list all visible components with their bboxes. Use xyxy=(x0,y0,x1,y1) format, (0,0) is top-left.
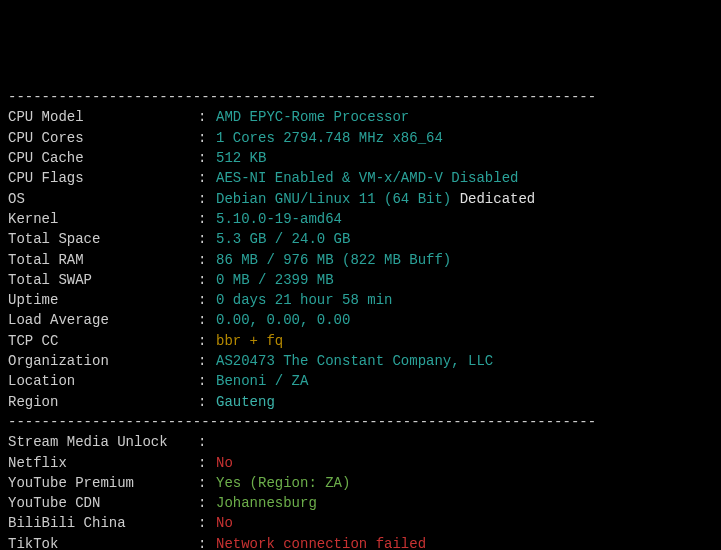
info-value: 5.10.0-19-amd64 xyxy=(216,209,713,229)
info-label: TikTok xyxy=(8,534,198,550)
value-segment: AMD EPYC-Rome Processor xyxy=(216,109,409,125)
separator: : xyxy=(198,310,216,330)
info-value xyxy=(216,432,713,452)
sysinfo-row: CPU Flags: AES-NI Enabled & VM-x/AMD-V D… xyxy=(8,168,713,188)
info-value: 1 Cores 2794.748 MHz x86_64 xyxy=(216,128,713,148)
info-value: Benoni / ZA xyxy=(216,371,713,391)
sysinfo-row: CPU Cores: 1 Cores 2794.748 MHz x86_64 xyxy=(8,128,713,148)
separator: : xyxy=(198,351,216,371)
separator: : xyxy=(198,513,216,533)
value-segment: 86 MB / 976 MB (822 MB Buff) xyxy=(216,252,451,268)
info-value: 0.00, 0.00, 0.00 xyxy=(216,310,713,330)
sysinfo-row: Total Space: 5.3 GB / 24.0 GB xyxy=(8,229,713,249)
value-segment: Benoni / ZA xyxy=(216,373,308,389)
sysinfo-row: CPU Cache: 512 KB xyxy=(8,148,713,168)
info-label: CPU Cache xyxy=(8,148,198,168)
sysinfo-row: CPU Model: AMD EPYC-Rome Processor xyxy=(8,107,713,127)
stream-row: Netflix: No xyxy=(8,453,713,473)
info-value: No xyxy=(216,513,713,533)
stream-row: BiliBili China: No xyxy=(8,513,713,533)
value-segment: Dedicated xyxy=(460,191,536,207)
info-label: Total SWAP xyxy=(8,270,198,290)
value-segment: 0 MB / 2399 MB xyxy=(216,272,334,288)
info-value: 0 days 21 hour 58 min xyxy=(216,290,713,310)
info-label: Total Space xyxy=(8,229,198,249)
separator: : xyxy=(198,331,216,351)
sysinfo-row: Uptime: 0 days 21 hour 58 min xyxy=(8,290,713,310)
info-label: Netflix xyxy=(8,453,198,473)
value-segment: 1 Cores 2794.748 MHz x86_64 xyxy=(216,130,443,146)
value-segment: AES-NI Enabled & VM-x/AMD-V Disabled xyxy=(216,170,518,186)
info-label: Stream Media Unlock xyxy=(8,432,198,452)
sysinfo-row: Total SWAP: 0 MB / 2399 MB xyxy=(8,270,713,290)
info-label: Location xyxy=(8,371,198,391)
info-value: Debian GNU/Linux 11 (64 Bit) Dedicated xyxy=(216,189,713,209)
info-value: 0 MB / 2399 MB xyxy=(216,270,713,290)
info-label: Region xyxy=(8,392,198,412)
separator: : xyxy=(198,209,216,229)
separator: : xyxy=(198,290,216,310)
info-value: No xyxy=(216,453,713,473)
separator: : xyxy=(198,229,216,249)
info-label: CPU Flags xyxy=(8,168,198,188)
info-label: OS xyxy=(8,189,198,209)
value-segment: 0 days 21 hour 58 min xyxy=(216,292,392,308)
stream-row: TikTok: Network connection failed xyxy=(8,534,713,550)
separator: : xyxy=(198,371,216,391)
info-value: 5.3 GB / 24.0 GB xyxy=(216,229,713,249)
info-label: TCP CC xyxy=(8,331,198,351)
info-value: 512 KB xyxy=(216,148,713,168)
info-label: Total RAM xyxy=(8,250,198,270)
separator: : xyxy=(198,534,216,550)
info-value: Network connection failed xyxy=(216,534,713,550)
info-value: Johannesburg xyxy=(216,493,713,513)
value-segment: Network connection failed xyxy=(216,536,426,550)
separator: : xyxy=(198,189,216,209)
value-segment: AS20473 The Constant Company, LLC xyxy=(216,353,493,369)
value-segment: Debian GNU/Linux 11 (64 Bit) xyxy=(216,191,460,207)
sysinfo-row: Location: Benoni / ZA xyxy=(8,371,713,391)
sysinfo-row: Kernel: 5.10.0-19-amd64 xyxy=(8,209,713,229)
value-segment: 5.10.0-19-amd64 xyxy=(216,211,342,227)
terminal-output: ----------------------------------------… xyxy=(8,87,713,550)
value-segment: No xyxy=(216,515,233,531)
value-segment: 0.00, 0.00, 0.00 xyxy=(216,312,350,328)
separator: : xyxy=(198,432,216,452)
value-segment: Gauteng xyxy=(216,394,275,410)
info-label: YouTube Premium xyxy=(8,473,198,493)
value-segment: No xyxy=(216,455,233,471)
info-value: AMD EPYC-Rome Processor xyxy=(216,107,713,127)
info-label: Load Average xyxy=(8,310,198,330)
stream-row: Stream Media Unlock: xyxy=(8,432,713,452)
divider: ----------------------------------------… xyxy=(8,87,713,107)
info-label: CPU Model xyxy=(8,107,198,127)
separator: : xyxy=(198,473,216,493)
separator: : xyxy=(198,270,216,290)
info-label: YouTube CDN xyxy=(8,493,198,513)
divider: ----------------------------------------… xyxy=(8,412,713,432)
stream-row: YouTube Premium: Yes (Region: ZA) xyxy=(8,473,713,493)
sysinfo-row: Organization: AS20473 The Constant Compa… xyxy=(8,351,713,371)
info-label: Organization xyxy=(8,351,198,371)
value-segment: Johannesburg xyxy=(216,495,317,511)
separator: : xyxy=(198,107,216,127)
value-segment: 512 KB xyxy=(216,150,266,166)
stream-row: YouTube CDN: Johannesburg xyxy=(8,493,713,513)
info-value: AS20473 The Constant Company, LLC xyxy=(216,351,713,371)
sysinfo-row: TCP CC: bbr + fq xyxy=(8,331,713,351)
separator: : xyxy=(198,148,216,168)
separator: : xyxy=(198,128,216,148)
info-value: AES-NI Enabled & VM-x/AMD-V Disabled xyxy=(216,168,713,188)
info-label: Kernel xyxy=(8,209,198,229)
info-label: BiliBili China xyxy=(8,513,198,533)
info-label: Uptime xyxy=(8,290,198,310)
separator: : xyxy=(198,453,216,473)
separator: : xyxy=(198,250,216,270)
separator: : xyxy=(198,392,216,412)
value-segment: Yes (Region: ZA) xyxy=(216,475,350,491)
info-value: bbr + fq xyxy=(216,331,713,351)
separator: : xyxy=(198,168,216,188)
info-value: Gauteng xyxy=(216,392,713,412)
value-segment: 5.3 GB / 24.0 GB xyxy=(216,231,350,247)
info-value: Yes (Region: ZA) xyxy=(216,473,713,493)
